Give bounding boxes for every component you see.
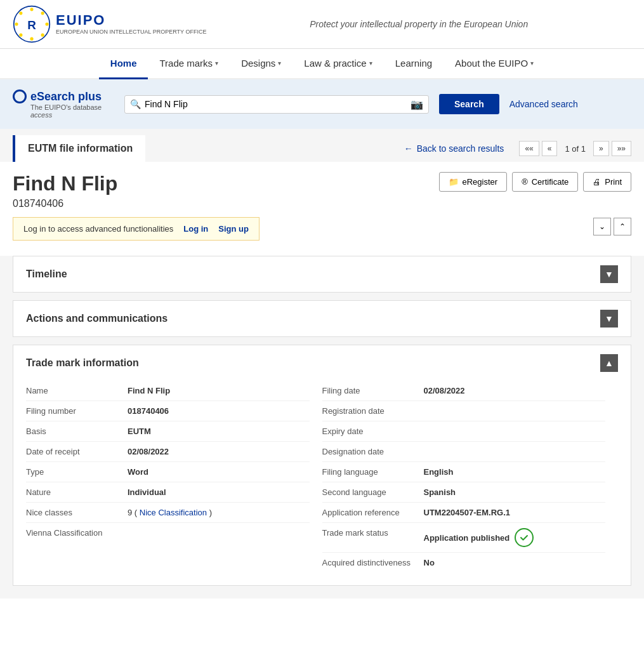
tm-nice-class-paren-close: ): [209, 508, 212, 517]
trademark-title-block: Find N Flip 018740406: [13, 172, 117, 209]
status-check-icon: [515, 528, 534, 547]
tm-date-receipt-label: Date of receipt: [26, 447, 128, 456]
tm-info-body: Name Find N Flip Filing number 018740406…: [13, 381, 631, 585]
tm-filing-number-value: 018740406: [128, 406, 169, 416]
page-prev-btn[interactable]: «: [542, 141, 558, 156]
tm-acquired-value: No: [424, 558, 435, 567]
nav-right-area: ← Back to search results «« « 1 of 1 » »…: [404, 135, 631, 162]
tm-row-expiry-date: Expiry date: [322, 421, 606, 442]
file-info-header-text: EUTM file information: [28, 143, 133, 154]
nav-law-practice[interactable]: Law & practice ▾: [292, 49, 383, 79]
timeline-header[interactable]: Timeline ▼: [13, 256, 631, 292]
main-content: Timeline ▼ Actions and communications ▼ …: [0, 256, 644, 599]
actions-header[interactable]: Actions and communications ▼: [13, 301, 631, 336]
tm-second-language-value: Spanish: [424, 487, 456, 497]
actions-toggle-btn[interactable]: ▼: [600, 310, 618, 328]
tm-row-app-reference: Application reference UTM2204507-EM.RG.1: [322, 503, 606, 523]
tm-name-value: Find N Flip: [128, 386, 170, 395]
print-button[interactable]: 🖨 Print: [583, 172, 631, 192]
login-notice-row: Log in to access advanced functionalitie…: [0, 212, 644, 248]
tm-nice-classes-label: Nice classes: [26, 508, 128, 517]
tm-row-type: Type Word: [26, 462, 310, 482]
eregister-button[interactable]: 📁 eRegister: [439, 172, 508, 192]
tm-nice-classes-value: 9 ( Nice Classification ): [128, 508, 212, 517]
timeline-toggle-btn[interactable]: ▼: [600, 265, 618, 283]
esearch-subtitle: The EUIPO's database: [30, 103, 114, 111]
tm-basis-value: EUTM: [128, 427, 151, 436]
nav-trademarks[interactable]: Trade marks ▾: [148, 49, 230, 79]
certificate-label: Certificate: [532, 177, 569, 187]
tm-status-badge-area: Application published: [424, 528, 534, 547]
nav-trademarks-label: Trade marks: [159, 58, 213, 69]
tm-filing-number-label: Filing number: [26, 406, 128, 416]
nav-about-chevron: ▾: [530, 60, 534, 67]
expand-all-btn[interactable]: ⌃: [614, 218, 631, 235]
tm-nice-class-link[interactable]: Nice Classification: [140, 508, 207, 517]
search-button[interactable]: Search: [439, 94, 499, 114]
svg-point-3: [45, 22, 48, 25]
action-buttons: 📁 eRegister ® Certificate 🖨 Print: [439, 172, 632, 192]
tm-row-registration-date: Registration date: [322, 401, 606, 421]
timeline-title: Timeline: [26, 268, 67, 280]
tm-row-name: Name Find N Flip: [26, 381, 310, 401]
login-notice-text: Log in to access advanced functionalitie…: [23, 224, 173, 234]
back-arrow-icon: ←: [404, 143, 413, 154]
tm-row-vienna: Vienna Classification: [26, 523, 310, 543]
collapse-btn-row: ⌄ ⌃: [593, 218, 631, 235]
nav-home[interactable]: Home: [99, 49, 148, 79]
tm-nature-value: Individual: [128, 487, 166, 497]
nav-about[interactable]: About the EUIPO ▾: [444, 49, 545, 79]
pagination: «« « 1 of 1 » »»: [519, 141, 631, 156]
tm-info-toggle-btn[interactable]: ▲: [600, 354, 618, 372]
login-link[interactable]: Log in: [183, 224, 208, 234]
logo-euipo-text: EUIPO: [56, 12, 206, 29]
tm-row-date-of-receipt: Date of receipt 02/08/2022: [26, 442, 310, 462]
tm-row-status: Trade mark status Application published: [322, 523, 606, 553]
nav-designs[interactable]: Designs ▾: [230, 49, 292, 79]
search-input[interactable]: [145, 99, 411, 109]
page-last-btn[interactable]: »»: [612, 141, 631, 156]
tm-nice-class-number: 9: [128, 508, 132, 517]
eregister-label: eRegister: [463, 177, 498, 187]
nav-law-practice-label: Law & practice: [304, 58, 366, 69]
tm-row-nice-classes: Nice classes 9 ( Nice Classification ): [26, 503, 310, 523]
tm-nature-label: Nature: [26, 487, 128, 497]
page-first-btn[interactable]: ««: [519, 141, 539, 156]
print-icon: 🖨: [593, 177, 601, 187]
tm-right-col: Filing date 02/08/2022 Registration date…: [322, 381, 619, 572]
trademark-number: 018740406: [13, 198, 117, 209]
camera-icon[interactable]: 📷: [411, 98, 423, 110]
tm-registration-date-label: Registration date: [322, 406, 424, 416]
svg-point-1: [30, 8, 33, 11]
eregister-icon: 📁: [449, 177, 459, 187]
nav-designs-label: Designs: [241, 58, 275, 69]
signup-link[interactable]: Sign up: [218, 224, 249, 234]
tm-expiry-date-label: Expiry date: [322, 427, 424, 436]
esearch-circle-icon: [13, 89, 27, 103]
search-bar-area: eSearch plus The EUIPO's database access…: [0, 79, 644, 129]
nav-law-chevron: ▾: [369, 60, 372, 67]
nav-learning[interactable]: Learning: [384, 49, 444, 79]
svg-text:R: R: [27, 18, 36, 32]
tm-info-header[interactable]: Trade mark information ▲: [13, 345, 631, 381]
svg-point-7: [15, 22, 18, 25]
file-info-bar-area: EUTM file information ← Back to search r…: [0, 129, 644, 162]
page-next-btn[interactable]: »: [593, 141, 609, 156]
svg-point-5: [30, 37, 33, 41]
collapse-all-btn[interactable]: ⌄: [593, 218, 611, 235]
login-notice: Log in to access advanced functionalitie…: [13, 217, 260, 241]
top-header: R EUIPO EUROPEAN UNION INTELLECTUAL PROP…: [0, 0, 644, 49]
print-label: Print: [605, 177, 622, 187]
back-to-search-link[interactable]: ← Back to search results: [404, 143, 504, 154]
logo-text-area: EUIPO EUROPEAN UNION INTELLECTUAL PROPER…: [56, 12, 206, 36]
advanced-search-link[interactable]: Advanced search: [509, 99, 578, 109]
tm-app-reference-value: UTM2204507-EM.RG.1: [424, 508, 511, 517]
tm-row-filing-date: Filing date 02/08/2022: [322, 381, 606, 401]
certificate-button[interactable]: ® Certificate: [512, 172, 578, 192]
tm-row-basis: Basis EUTM: [26, 421, 310, 442]
actions-title: Actions and communications: [26, 313, 168, 324]
tm-filing-date-label: Filing date: [322, 386, 424, 395]
esearch-title: eSearch plus: [13, 89, 114, 103]
tm-type-label: Type: [26, 467, 128, 477]
search-magnifier-icon: 🔍: [130, 99, 141, 109]
